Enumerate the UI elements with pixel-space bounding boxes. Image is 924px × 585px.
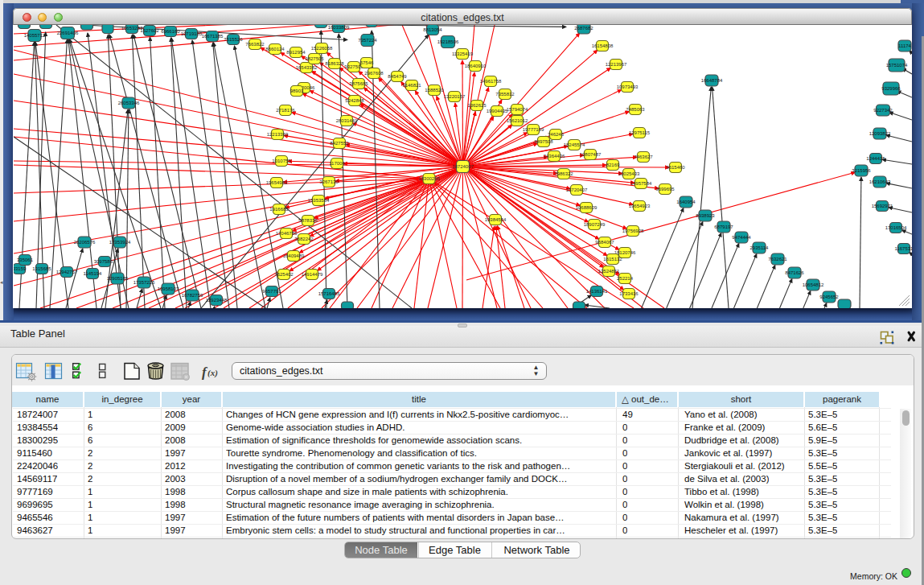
svg-text:12213967: 12213967 bbox=[606, 62, 627, 67]
svg-text:1362625: 1362625 bbox=[467, 103, 487, 108]
svg-text:10654812: 10654812 bbox=[803, 282, 824, 287]
svg-text:24364436: 24364436 bbox=[544, 154, 565, 159]
svg-text:19777169: 19777169 bbox=[523, 127, 544, 132]
svg-text:15794074: 15794074 bbox=[507, 107, 528, 112]
svg-text:19654982: 19654982 bbox=[266, 180, 288, 185]
svg-text:8938923: 8938923 bbox=[696, 213, 715, 218]
svg-text:7463627: 7463627 bbox=[634, 154, 653, 159]
svg-text:13220157: 13220157 bbox=[444, 94, 466, 99]
svg-text:746246: 746246 bbox=[548, 132, 565, 137]
svg-text:18724007: 18724007 bbox=[452, 164, 474, 169]
svg-text:9657791: 9657791 bbox=[262, 289, 281, 294]
svg-text:20206576: 20206576 bbox=[74, 240, 96, 245]
svg-text:12093822: 12093822 bbox=[869, 131, 891, 136]
svg-text:12213369: 12213369 bbox=[267, 132, 289, 137]
svg-text:(x): (x) bbox=[207, 368, 218, 378]
svg-text:15720407: 15720407 bbox=[566, 187, 588, 192]
svg-text:1588520: 1588520 bbox=[425, 88, 444, 93]
svg-text:3267130: 3267130 bbox=[319, 179, 339, 184]
svg-text:8660124: 8660124 bbox=[265, 47, 285, 51]
svg-text:7986322: 7986322 bbox=[554, 171, 573, 176]
svg-text:22691406: 22691406 bbox=[57, 31, 79, 35]
svg-text:8813054: 8813054 bbox=[423, 27, 442, 32]
svg-text:6966160: 6966160 bbox=[161, 29, 180, 34]
svg-text:9474444: 9474444 bbox=[732, 235, 751, 240]
svg-text:19904435: 19904435 bbox=[487, 109, 508, 113]
svg-text:1916685: 1916685 bbox=[269, 207, 289, 212]
svg-text:30975867: 30975867 bbox=[94, 259, 116, 264]
svg-text:10973493: 10973493 bbox=[617, 84, 639, 89]
svg-text:18245574: 18245574 bbox=[564, 142, 585, 147]
svg-text:7485063: 7485063 bbox=[626, 107, 645, 112]
svg-text:6497508: 6497508 bbox=[534, 139, 553, 144]
svg-text:12942757: 12942757 bbox=[56, 270, 78, 274]
svg-text:7632621: 7632621 bbox=[768, 257, 787, 262]
svg-text:8454749: 8454749 bbox=[388, 74, 407, 79]
svg-text:2967608: 2967608 bbox=[364, 71, 384, 76]
svg-text:11174: 11174 bbox=[898, 43, 911, 48]
svg-text:1640954: 1640954 bbox=[676, 200, 696, 204]
svg-text:16782759: 16782759 bbox=[182, 293, 203, 298]
svg-text:12923448: 12923448 bbox=[206, 298, 228, 303]
svg-text:16409489: 16409489 bbox=[283, 253, 305, 258]
svg-text:19756928: 19756928 bbox=[622, 229, 644, 233]
svg-text:15751074: 15751074 bbox=[886, 63, 908, 68]
svg-text:19654923: 19654923 bbox=[629, 204, 651, 208]
svg-text:19218506: 19218506 bbox=[437, 39, 459, 44]
svg-text:10025433: 10025433 bbox=[618, 171, 640, 176]
svg-text:9684067: 9684067 bbox=[595, 240, 614, 245]
svg-text:15716485: 15716485 bbox=[318, 291, 340, 296]
svg-text:2935114: 2935114 bbox=[750, 245, 770, 250]
svg-text:7515526: 7515526 bbox=[224, 37, 243, 42]
svg-text:12905185: 12905185 bbox=[107, 276, 129, 281]
svg-text:10807487: 10807487 bbox=[580, 152, 602, 157]
svg-text:16154808: 16154808 bbox=[592, 43, 614, 48]
svg-text:57546: 57546 bbox=[360, 60, 374, 65]
svg-text:9699695: 9699695 bbox=[655, 187, 675, 192]
svg-text:14055712: 14055712 bbox=[24, 33, 46, 38]
svg-text:18640910: 18640910 bbox=[465, 64, 487, 68]
svg-text:8186328: 8186328 bbox=[325, 61, 344, 66]
svg-text:3215956: 3215956 bbox=[852, 168, 871, 173]
svg-text:2687682: 2687682 bbox=[574, 26, 593, 31]
svg-text:17046786: 17046786 bbox=[276, 231, 298, 236]
svg-text:9827505: 9827505 bbox=[305, 56, 324, 61]
svg-text:9146821: 9146821 bbox=[402, 83, 421, 88]
svg-text:18300295: 18300295 bbox=[418, 176, 440, 181]
svg-text:335061: 335061 bbox=[17, 257, 34, 262]
svg-text:10958107: 10958107 bbox=[158, 286, 179, 291]
svg-text:15226058: 15226058 bbox=[311, 46, 333, 51]
svg-text:11325419: 11325419 bbox=[452, 51, 474, 56]
svg-text:26053346: 26053346 bbox=[118, 101, 140, 105]
svg-text:16210643: 16210643 bbox=[869, 179, 891, 184]
svg-text:1315685: 1315685 bbox=[32, 266, 51, 271]
svg-text:14914479: 14914479 bbox=[302, 272, 323, 277]
svg-text:9329966: 9329966 bbox=[881, 86, 901, 91]
svg-text:1527602: 1527602 bbox=[140, 28, 159, 33]
svg-text:18907249: 18907249 bbox=[584, 222, 606, 227]
svg-text:1167531: 1167531 bbox=[895, 246, 912, 251]
svg-text:1010755: 1010755 bbox=[272, 159, 291, 163]
svg-text:28031441: 28031441 bbox=[336, 118, 358, 123]
svg-text:15621012: 15621012 bbox=[507, 118, 528, 123]
svg-text:1615132: 1615132 bbox=[603, 257, 622, 262]
svg-text:17353924: 17353924 bbox=[109, 240, 131, 245]
svg-text:19384554: 19384554 bbox=[485, 217, 507, 222]
svg-text:6879197: 6879197 bbox=[714, 225, 733, 229]
svg-text:14957584: 14957584 bbox=[630, 181, 652, 186]
svg-text:12975115: 12975115 bbox=[629, 130, 651, 135]
svg-text:1145194: 1145194 bbox=[84, 271, 103, 276]
svg-text:15692971: 15692971 bbox=[872, 204, 893, 208]
svg-text:252214: 252214 bbox=[617, 276, 634, 281]
svg-text:5878336: 5878336 bbox=[298, 218, 318, 223]
svg-text:14961758: 14961758 bbox=[480, 79, 502, 84]
svg-text:17016504: 17016504 bbox=[885, 225, 907, 230]
svg-text:1244415: 1244415 bbox=[866, 156, 885, 161]
svg-text:14136141: 14136141 bbox=[586, 289, 608, 294]
svg-text:10719185: 10719185 bbox=[181, 31, 203, 36]
svg-text:8427552: 8427552 bbox=[330, 141, 349, 146]
svg-text:2718176: 2718176 bbox=[276, 108, 295, 113]
svg-text:117006: 117006 bbox=[329, 161, 345, 166]
svg-text:1733416: 1733416 bbox=[619, 291, 639, 296]
svg-text:16671385: 16671385 bbox=[202, 34, 224, 39]
